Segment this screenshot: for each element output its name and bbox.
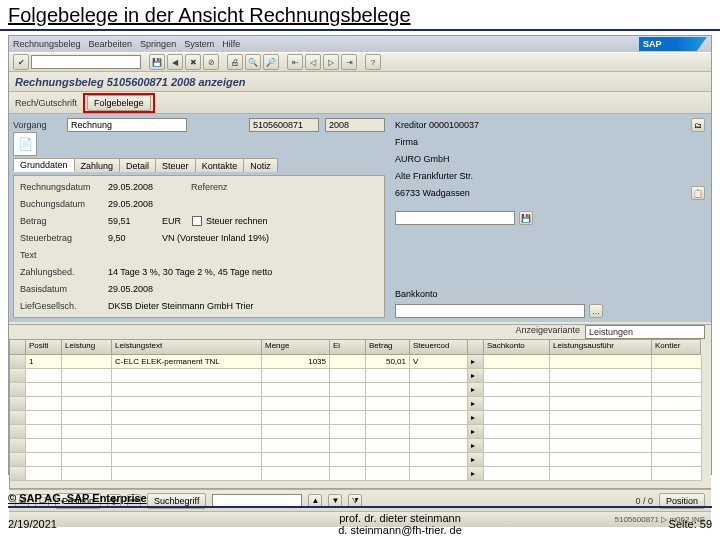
header-area: Vorgang Rechnung 5105600871 2008 📄 Grund… (9, 114, 711, 322)
basisdatum-label: Basisdatum (20, 284, 104, 294)
help-icon[interactable]: ? (365, 54, 381, 70)
buchungsdatum-label: Buchungsdatum (20, 199, 104, 209)
menu-item[interactable]: Rechnungsbeleg (13, 39, 81, 49)
table-row[interactable]: ▸ (10, 425, 711, 439)
back-icon[interactable]: ◀ (167, 54, 183, 70)
folgebelege-button[interactable]: Folgebelege (87, 95, 151, 111)
grid-header: Positi Leistung Leistungstext Menge Ei B… (9, 339, 711, 355)
menu-item[interactable]: Springen (140, 39, 176, 49)
zahlungsbed-label: Zahlungsbed. (20, 267, 104, 277)
menu-item[interactable]: Bearbeiten (89, 39, 133, 49)
docnr-field: 5105600871 (249, 118, 319, 132)
col-btn[interactable] (467, 339, 483, 355)
table-row[interactable]: 1 C-ELC ELEK-permanent TNL 1035 50,01 V … (10, 355, 711, 369)
liefwerk-label: LiefGesellsch. (20, 301, 104, 311)
print-icon[interactable]: 🖨 (227, 54, 243, 70)
tab-notiz[interactable]: Notiz (243, 158, 278, 172)
vendor-header: Kreditor 0000100037 (395, 120, 479, 130)
first-icon[interactable]: ⇤ (287, 54, 303, 70)
page-number: Seite: 59 (592, 518, 712, 530)
table-row[interactable]: ▸ (10, 397, 711, 411)
telefon-field[interactable] (395, 211, 515, 225)
slide-date: 2/19/2021 (8, 518, 208, 530)
col-menge[interactable]: Menge (261, 339, 329, 355)
col-sel[interactable] (9, 339, 25, 355)
bank-field[interactable] (395, 304, 585, 318)
vendor-panel: Kreditor 0000100037🗂 Firma AURO GmbH Alt… (389, 114, 711, 322)
col-leistungsausf[interactable]: Leistungsausführ (549, 339, 651, 355)
save-icon[interactable]: 💾 (519, 211, 533, 225)
col-ein[interactable]: Ei (329, 339, 365, 355)
vendor-name: AURO GmbH (395, 154, 450, 164)
zahlungsbed: 14 Tage 3 %, 30 Tage 2 %, 45 Tage netto (108, 267, 272, 277)
address-icon[interactable]: 📋 (691, 186, 705, 200)
system-toolbar: ✔ 💾 ◀ ✖ ⊘ 🖨 🔍 🔎 ⇤ ◁ ▷ ⇥ ? (9, 52, 711, 72)
menubar: Rechnungsbeleg Bearbeiten Springen Syste… (9, 36, 711, 52)
betrag[interactable]: 59,51 (108, 216, 158, 226)
tab-steuer[interactable]: Steuer (155, 158, 196, 172)
menu-item[interactable]: Hilfe (222, 39, 240, 49)
col-position[interactable]: Positi (25, 339, 61, 355)
tab-grunddaten[interactable]: Grunddaten (13, 158, 75, 172)
referenz-label: Referenz (191, 182, 241, 192)
firma: Firma (395, 137, 418, 147)
last-icon[interactable]: ⇥ (341, 54, 357, 70)
title-rule (0, 29, 720, 31)
table-row[interactable]: ▸ (10, 411, 711, 425)
bank-open-icon[interactable]: … (589, 304, 603, 318)
save-icon[interactable]: 💾 (149, 54, 165, 70)
app-toolbar: Rech/Gutschrift Folgebelege (9, 92, 711, 114)
author-email: d. steinmann@fh-trier. de (208, 524, 592, 536)
row-detail-icon[interactable]: ▸ (468, 355, 484, 369)
col-kontier[interactable]: Kontier (651, 339, 701, 355)
table-row[interactable]: ▸ (10, 383, 711, 397)
tab-kontakte[interactable]: Kontakte (195, 158, 245, 172)
slide-footer: © SAP AG, SAP Enterprise 2/19/2021 prof.… (0, 488, 720, 540)
table-row[interactable]: ▸ (10, 369, 711, 383)
exit-icon[interactable]: ✖ (185, 54, 201, 70)
command-field[interactable] (31, 55, 141, 69)
slide-title: Folgebelege in der Ansicht Rechnungsbele… (0, 0, 720, 29)
vendor-city: 66733 Wadgassen (395, 188, 470, 198)
tab-detail[interactable]: Detail (119, 158, 156, 172)
col-betrag[interactable]: Betrag (365, 339, 409, 355)
buchungsdatum[interactable]: 29.05.2008 (108, 199, 153, 209)
cancel-icon[interactable]: ⊘ (203, 54, 219, 70)
tabstrip: Grunddaten Zahlung Detail Steuer Kontakt… (13, 158, 385, 172)
rechnungsdatum[interactable]: 29.05.2008 (108, 182, 153, 192)
year-field: 2008 (325, 118, 385, 132)
tab-zahlung[interactable]: Zahlung (74, 158, 121, 172)
steuer-checkbox[interactable] (192, 216, 202, 226)
rechnungsdatum-label: Rechnungsdatum (20, 182, 104, 192)
col-leistungstext[interactable]: Leistungstext (111, 339, 261, 355)
table-row[interactable]: ▸ (10, 467, 711, 481)
menu-item[interactable]: System (184, 39, 214, 49)
anzeigevar-field[interactable]: Leistungen (585, 325, 705, 339)
findnext-icon[interactable]: 🔎 (263, 54, 279, 70)
table-row[interactable]: ▸ (10, 453, 711, 467)
basisdatum[interactable]: 29.05.2008 (108, 284, 153, 294)
item-grid: Positi Leistung Leistungstext Menge Ei B… (9, 339, 711, 489)
text-label: Text (20, 250, 104, 260)
col-sachkonto[interactable]: Sachkonto (483, 339, 549, 355)
steuerbetrag[interactable]: 9,50 (108, 233, 158, 243)
vorgang-field[interactable]: Rechnung (67, 118, 187, 132)
find-icon[interactable]: 🔍 (245, 54, 261, 70)
copyright: © SAP AG, SAP Enterprise (8, 492, 712, 504)
author-name: prof. dr. dieter steinmann (208, 512, 592, 524)
vendor-street: Alte Frankfurter Str. (395, 171, 473, 181)
next-icon[interactable]: ▷ (323, 54, 339, 70)
vendor-display-icon[interactable]: 🗂 (691, 118, 705, 132)
screen-title: Rechnungsbeleg 5105600871 2008 anzeigen (9, 72, 711, 92)
table-row[interactable]: ▸ (10, 439, 711, 453)
vorgang-label: Vorgang (13, 120, 61, 130)
waers: EUR (162, 216, 188, 226)
ok-icon[interactable]: ✔ (13, 54, 29, 70)
steuer-rechnen-label: Steuer rechnen (206, 216, 268, 226)
prev-icon[interactable]: ◁ (305, 54, 321, 70)
document-icon[interactable]: 📄 (13, 132, 37, 156)
col-leistung[interactable]: Leistung (61, 339, 111, 355)
col-steuercode[interactable]: Steuercod (409, 339, 467, 355)
sap-window: Rechnungsbeleg Bearbeiten Springen Syste… (8, 35, 712, 475)
steuerkey[interactable]: VN (Vorsteuer Inland 19%) (162, 233, 269, 243)
